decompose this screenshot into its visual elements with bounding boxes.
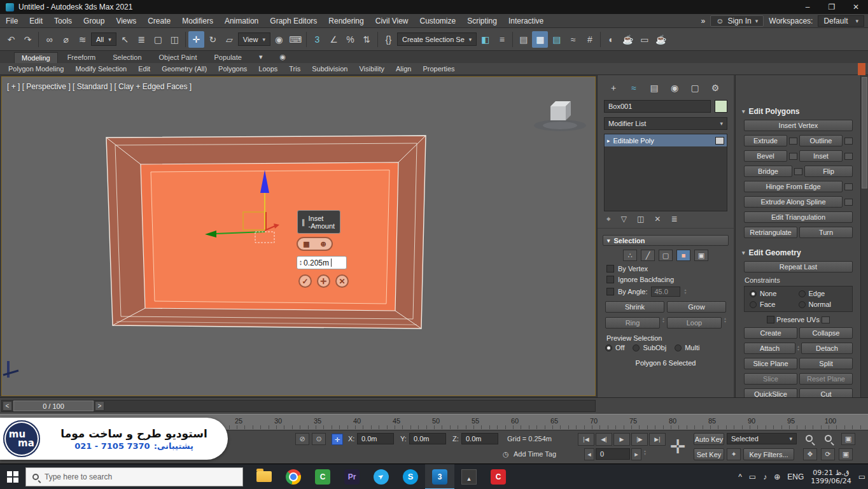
perspective-viewport[interactable]: [ + ] [ Perspective ] [ Standard ] [ Cla… [1, 76, 596, 396]
menu-customize[interactable]: Customize [414, 14, 462, 28]
insert-vertex-button[interactable]: Insert Vertex [744, 120, 853, 131]
outline-button[interactable]: Outline [799, 135, 843, 146]
constraint-face-radio[interactable] [750, 301, 757, 308]
recorder-icon[interactable]: C [484, 464, 513, 489]
taskbar-search[interactable]: Type here to search [25, 467, 243, 486]
preview-subobj-radio[interactable] [633, 344, 640, 351]
chrome-icon[interactable] [279, 464, 308, 489]
x-coordinate-field[interactable]: 0.0m [357, 433, 394, 444]
ring-spinner[interactable]: ▴ ▾ [662, 317, 664, 329]
edit-triangulation-button[interactable]: Edit Triangulation [744, 211, 853, 223]
network-icon[interactable]: ⊕ [774, 472, 780, 481]
viewport-label[interactable]: [ + ] [ Perspective ] [ Standard ] [ Cla… [7, 82, 192, 91]
start-button[interactable] [0, 464, 25, 489]
menu-create[interactable]: Create [142, 14, 176, 28]
loop-spinner[interactable]: ▴ ▾ [724, 317, 726, 329]
object-name-field[interactable]: Box001 [604, 100, 711, 113]
named-selection-dropdown[interactable]: Create Selection Se ▾ [397, 32, 477, 46]
scrollbar-thumb[interactable] [862, 77, 867, 188]
go-to-start-icon[interactable]: |◀ [578, 433, 594, 446]
viewport-canvas[interactable] [2, 77, 596, 396]
motion-tab-icon[interactable]: ◉ [669, 83, 680, 93]
z-coordinate-field[interactable]: 0.0m [461, 433, 498, 444]
panel-scrollbar[interactable] [860, 75, 868, 397]
add-time-tag-label[interactable]: Add Time Tag [514, 450, 556, 458]
expand-icon[interactable]: ▸ [607, 138, 610, 144]
loop-button[interactable]: Loop [667, 317, 722, 329]
render-setup-icon[interactable]: ☕ [620, 31, 636, 48]
telegram-icon[interactable]: ➤ [367, 464, 396, 489]
keyboard-override-icon[interactable]: ⌨ [288, 31, 304, 48]
preview-multi-radio[interactable] [675, 344, 682, 351]
menu-animation[interactable]: Animation [219, 14, 264, 28]
file-explorer-icon[interactable] [249, 464, 279, 489]
previous-frame-button[interactable]: < [3, 401, 12, 411]
preview-off-radio[interactable] [605, 344, 612, 351]
selection-rollout-header[interactable]: ▾ Selection [603, 235, 729, 246]
next-frame-icon[interactable]: |▶ [631, 433, 648, 446]
reference-coordinate-dropdown[interactable]: View ▾ [238, 32, 270, 46]
by-angle-checkbox[interactable] [606, 288, 614, 295]
caddy-grid-icon[interactable]: ▦ [303, 240, 309, 248]
tab-freeform[interactable]: Freeform [60, 52, 104, 63]
menu-views[interactable]: Views [110, 14, 142, 28]
by-angle-value-field[interactable]: 45.0 [651, 287, 680, 297]
extrude-button[interactable]: Extrude [744, 135, 787, 146]
configure-modifier-sets-icon[interactable]: ≣ [671, 215, 677, 223]
tray-clock[interactable]: 09:21 ق.ظ 1399/06/24 [811, 469, 851, 485]
spin-down-icon[interactable]: ▾ [300, 263, 302, 266]
modifier-stack[interactable]: ▸ Editable Poly [604, 134, 727, 211]
selection-filter-dropdown[interactable]: All ▾ [91, 32, 116, 46]
tab-populate[interactable]: Populate [206, 52, 249, 63]
current-frame-field[interactable]: 0 [596, 448, 630, 460]
undo-icon[interactable]: ↶ [3, 31, 19, 48]
pin-stack-icon[interactable]: ⌖ [606, 215, 611, 223]
constraint-none-radio[interactable] [750, 290, 757, 297]
restore-icon[interactable]: ❐ [820, 0, 844, 14]
stack-item-editable-poly[interactable]: ▸ Editable Poly [605, 134, 727, 146]
mirror-icon[interactable]: ◧ [477, 31, 493, 48]
modifier-list-dropdown[interactable]: Modifier List ▾ [604, 117, 727, 130]
section-modify-selection[interactable]: Modify Selection [69, 65, 132, 73]
isolate-selection-icon[interactable]: ⊘ [295, 433, 309, 445]
edit-polygons-header[interactable]: ▾ Edit Polygons [742, 107, 860, 116]
select-link-icon[interactable]: ∞ [41, 31, 57, 48]
clock-icon[interactable]: ◷ [503, 450, 509, 458]
constraint-normal-radio[interactable] [799, 301, 806, 308]
scene-explorer-icon[interactable]: ▤ [549, 31, 564, 48]
menu-civil-view[interactable]: Civil View [370, 14, 414, 28]
vertex-mode-icon[interactable]: ∴ [623, 250, 637, 261]
hinge-settings-box[interactable] [844, 183, 853, 190]
extrude-spline-settings-box[interactable] [844, 199, 853, 206]
section-polygons[interactable]: Polygons [213, 65, 253, 73]
tab-modeling[interactable]: Modeling [14, 52, 58, 63]
select-and-scale-icon[interactable]: ▱ [221, 31, 237, 48]
selection-lock-icon[interactable]: ⊙ [312, 433, 326, 445]
viewcube-front-face[interactable] [550, 106, 566, 120]
key-mode-icon[interactable]: ✦ [727, 448, 741, 460]
frame-spinner[interactable]: ▴ ▾ [644, 450, 646, 456]
section-properties[interactable]: Properties [417, 65, 460, 73]
play-icon[interactable]: ▶ [613, 433, 630, 446]
menu-interactive[interactable]: Interactive [503, 14, 549, 28]
turn-button[interactable]: Turn [799, 227, 853, 238]
display-device-icon[interactable]: ▭ [749, 472, 756, 481]
stack-onoff-toggle[interactable] [715, 137, 724, 145]
ignore-backfacing-checkbox[interactable] [606, 276, 614, 283]
spin-down-icon[interactable]: ▾ [797, 348, 799, 351]
caddy-cancel-button[interactable]: ✕ [335, 274, 349, 288]
percent-snap-icon[interactable]: % [342, 31, 358, 48]
edit-named-selection-icon[interactable]: {} [381, 31, 396, 48]
language-indicator[interactable]: ENG [787, 472, 804, 481]
tab-selection[interactable]: Selection [105, 52, 149, 63]
element-mode-icon[interactable]: ▣ [694, 250, 708, 261]
ribbon-config-icon[interactable]: ◉ [272, 51, 293, 63]
rendered-frame-window-icon[interactable]: ▭ [636, 31, 652, 48]
minimize-icon[interactable]: – [795, 0, 820, 14]
auto-key-button[interactable]: Auto Key [694, 433, 724, 445]
constraint-edge-radio[interactable] [799, 290, 806, 297]
section-loops[interactable]: Loops [253, 65, 283, 73]
extrude-along-spline-button[interactable]: Extrude Along Spline [744, 196, 843, 208]
menu-rendering[interactable]: Rendering [323, 14, 369, 28]
section-polygon-modeling[interactable]: Polygon Modeling [3, 65, 69, 73]
